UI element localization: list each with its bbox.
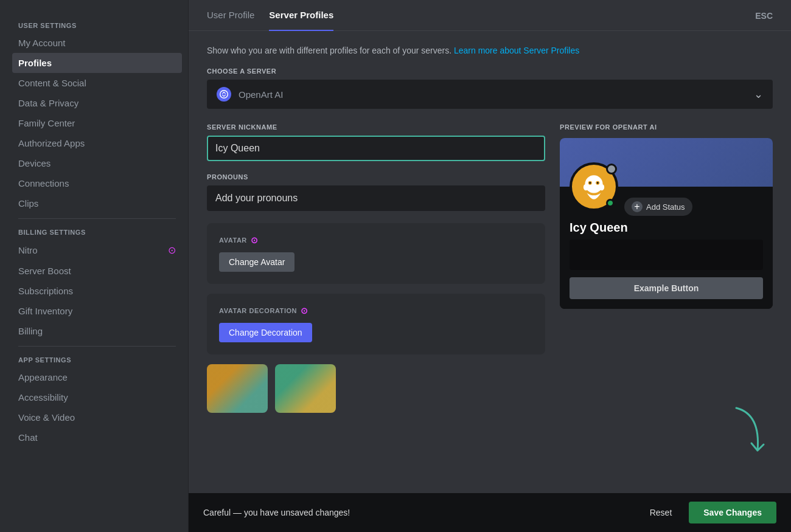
preview-nickname: Icy Queen [570,221,763,235]
divider-billing [18,218,176,219]
divider-app [18,346,176,347]
billing-settings-label: BILLING SETTINGS [18,229,176,236]
preview-label: PREVIEW FOR OPENART AI [560,123,773,131]
learn-more-link[interactable]: Learn more about Server Profiles [454,46,579,55]
preview-avatar-wrap [570,162,618,211]
server-nickname-label: SERVER NICKNAME [207,123,545,131]
reset-button[interactable]: Reset [643,503,680,522]
avatar-decoration-section: AVATAR DECORATION ⊙ Change Decoration [207,294,545,354]
sidebar-item-label: Data & Privacy [18,98,78,108]
svg-point-7 [599,184,604,190]
sidebar-item-label: Family Center [18,118,75,128]
toast-message: Careful — you have unsaved changes! [203,508,633,517]
sidebar-item-billing[interactable]: Billing [12,321,182,341]
sidebar-item-label: Chat [18,432,38,443]
svg-point-4 [589,182,591,184]
add-status-button[interactable]: + Add Status [624,198,692,216]
sidebar-item-label: Billing [18,326,43,336]
avatar-decoration-section-label: AVATAR DECORATION ⊙ [219,306,533,316]
left-column: SERVER NICKNAME PRONOUNS AVATAR ⊙ [207,123,545,413]
server-select-name: OpenArt AI [239,89,754,100]
two-col-layout: SERVER NICKNAME PRONOUNS AVATAR ⊙ [207,123,773,413]
sidebar-item-label: Subscriptions [18,286,73,296]
avatar-section: AVATAR ⊙ Change Avatar [207,223,545,284]
pronouns-input[interactable] [207,185,545,211]
add-status-label: Add Status [646,202,685,212]
sidebar-item-appearance[interactable]: Appearance [12,367,182,387]
sidebar-item-authorized-apps[interactable]: Authorized Apps [12,133,182,153]
sidebar-item-label: My Account [18,38,66,48]
preview-card: + Add Status Icy Queen Example Button [560,138,773,309]
avatar-nitro-badge: ⊙ [251,235,259,245]
sidebar-item-label: Authorized Apps [18,138,85,148]
svg-point-6 [584,184,588,190]
nitro-icon: ⊙ [168,244,176,256]
change-decoration-button[interactable]: Change Decoration [219,323,312,342]
tabs-bar: User Profile Server Profiles ESC [189,0,791,31]
sidebar-item-connections[interactable]: Connections [12,173,182,193]
svg-point-5 [597,182,599,184]
sidebar-item-chat[interactable]: Chat [12,427,182,447]
pronouns-field: PRONOUNS [207,173,545,211]
svg-point-0 [220,91,228,98]
sidebar-item-subscriptions[interactable]: Subscriptions [12,281,182,301]
preview-body: + Add Status Icy Queen Example Button [560,187,773,309]
server-nickname-field: SERVER NICKNAME [207,123,545,161]
svg-point-1 [585,175,602,193]
example-button[interactable]: Example Button [570,277,763,299]
sidebar: USER SETTINGS My Account Profiles Conten… [0,0,189,532]
preview-dark-box [570,240,763,270]
esc-label[interactable]: ESC [755,1,773,30]
sidebar-item-label: Appearance [18,372,68,382]
sidebar-item-devices[interactable]: Devices [12,153,182,173]
sidebar-item-label: Server Boost [18,266,71,276]
sidebar-item-label: Devices [18,158,51,168]
change-avatar-button[interactable]: Change Avatar [219,252,294,272]
plus-icon: + [632,201,643,212]
sidebar-item-family-center[interactable]: Family Center [12,113,182,133]
sidebar-item-label: Content & Social [18,78,86,88]
avatar-decoration-nitro-badge: ⊙ [301,306,308,316]
server-select-dropdown[interactable]: OpenArt AI ⌄ [207,80,773,109]
sidebar-item-gift-inventory[interactable]: Gift Inventory [12,301,182,321]
avatar-section-label: AVATAR ⊙ [219,235,533,245]
tab-user-profile[interactable]: User Profile [207,0,254,31]
bottom-cards [207,364,545,413]
sidebar-item-label: Accessibility [18,392,68,402]
sidebar-item-clips[interactable]: Clips [12,193,182,213]
decoration-indicator [606,164,617,174]
chevron-down-icon: ⌄ [754,88,763,101]
sidebar-item-server-boost[interactable]: Server Boost [12,261,182,281]
sidebar-item-label: Voice & Video [18,412,75,423]
sidebar-item-nitro[interactable]: Nitro ⊙ [12,240,182,261]
description-text: Show who you are with different profiles… [207,46,773,55]
app-settings-label: APP SETTINGS [18,356,176,364]
content-area: Show who you are with different profiles… [189,31,791,532]
server-icon [217,87,231,102]
pronouns-label: PRONOUNS [207,173,545,181]
sidebar-item-profiles[interactable]: Profiles [12,53,182,73]
card-1 [207,364,268,413]
sidebar-item-label: Clips [18,198,38,209]
card-2 [275,364,336,413]
main-content: User Profile Server Profiles ESC Show wh… [189,0,791,532]
choose-server-label: CHOOSE A SERVER [207,67,773,75]
sidebar-item-voice-video[interactable]: Voice & Video [12,407,182,427]
sidebar-item-my-account[interactable]: My Account [12,33,182,53]
sidebar-item-label: Nitro [18,245,38,255]
sidebar-item-data-privacy[interactable]: Data & Privacy [12,93,182,113]
tab-server-profiles[interactable]: Server Profiles [269,0,333,31]
save-changes-button[interactable]: Save Changes [689,502,776,523]
toast-bar: Careful — you have unsaved changes! Rese… [189,493,791,532]
right-column: PREVIEW FOR OPENART AI [560,123,773,309]
server-nickname-input[interactable] [207,136,545,161]
sidebar-item-label: Connections [18,178,69,188]
online-indicator [606,199,615,207]
sidebar-item-accessibility[interactable]: Accessibility [12,387,182,407]
sidebar-item-label: Profiles [18,58,52,68]
sidebar-item-label: Gift Inventory [18,306,72,316]
sidebar-item-content-social[interactable]: Content & Social [12,73,182,93]
user-settings-label: USER SETTINGS [18,22,176,29]
